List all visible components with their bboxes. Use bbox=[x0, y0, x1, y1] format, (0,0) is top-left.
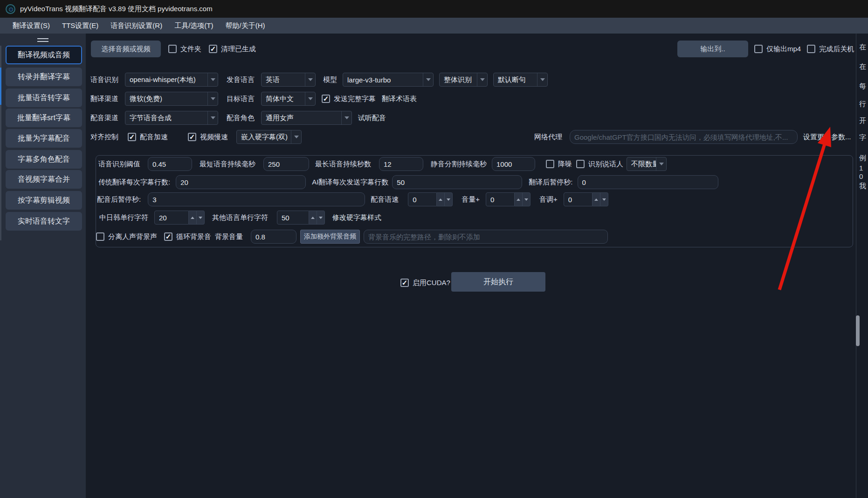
clipped-text: 我 bbox=[859, 182, 868, 191]
menu-tts-settings[interactable]: TTS设置(E) bbox=[56, 18, 104, 34]
cuda-checkbox[interactable]: 启用CUDA? bbox=[400, 279, 450, 287]
cjk-chars-spinner[interactable] bbox=[154, 211, 205, 225]
checkbox-check-icon bbox=[322, 95, 330, 103]
sidebar-item-multi-role-dub[interactable]: 字幕多角色配音 bbox=[6, 150, 82, 169]
recognition-mode-select[interactable]: 整体识别 bbox=[439, 73, 488, 87]
other-chars-spinner[interactable] bbox=[277, 211, 325, 225]
checkbox-check-icon bbox=[128, 133, 136, 141]
speaker-recognition-checkbox[interactable]: 识别说话人 bbox=[576, 160, 623, 169]
spinner-up-icon[interactable] bbox=[437, 192, 445, 206]
dubbing-role-select[interactable]: 通用女声 bbox=[261, 111, 352, 125]
pitch-label: 音调+ bbox=[539, 195, 558, 204]
listen-dubbing-link[interactable]: 试听配音 bbox=[358, 114, 386, 123]
separate-vocal-checkbox[interactable]: 分离人声背景声 bbox=[96, 232, 157, 241]
spinner-up-icon[interactable] bbox=[189, 211, 197, 225]
spinner-down-icon[interactable] bbox=[197, 211, 205, 225]
dub-rate-input[interactable] bbox=[408, 192, 437, 206]
hamburger-icon[interactable] bbox=[37, 38, 48, 43]
cuda-row: 启用CUDA? bbox=[400, 275, 450, 290]
proxy-input[interactable] bbox=[570, 130, 798, 144]
audio-speedup-checkbox[interactable]: 配音加速 bbox=[128, 133, 168, 142]
checkbox-box bbox=[576, 160, 585, 168]
asr-engine-select[interactable]: openai-whisper(本地) bbox=[125, 73, 218, 87]
min-speech-input[interactable] bbox=[263, 157, 309, 171]
right-scrollbar-thumb[interactable] bbox=[856, 315, 860, 346]
denoise-checkbox[interactable]: 降噪 bbox=[546, 160, 572, 169]
silence-split-input[interactable] bbox=[492, 157, 535, 171]
spinner-down-icon[interactable] bbox=[445, 192, 453, 206]
subtitle-style-link[interactable]: 修改硬字幕样式 bbox=[332, 213, 381, 222]
source-language-select[interactable]: 英语 bbox=[261, 73, 316, 87]
spinner-down-icon[interactable] bbox=[600, 192, 608, 206]
menu-asr-settings[interactable]: 语音识别设置(R) bbox=[104, 18, 168, 34]
model-select[interactable]: large-v3-turbo bbox=[343, 73, 434, 87]
pitch-input[interactable] bbox=[564, 192, 592, 206]
clean-generated-checkbox[interactable]: 清理已生成 bbox=[209, 45, 256, 54]
spinner-up-icon[interactable] bbox=[309, 211, 317, 225]
more-params-link[interactable]: 设置更多参数... bbox=[803, 133, 851, 142]
target-language-select[interactable]: 简体中文 bbox=[261, 92, 316, 106]
silence-split-label: 静音分割持续毫秒 bbox=[431, 160, 487, 169]
sidebar-item-batch-translate-srt[interactable]: 批量翻译srt字幕 bbox=[6, 109, 82, 127]
clipped-text: 在 bbox=[859, 43, 868, 52]
sidebar-item-batch-dub-srt[interactable]: 批量为字幕配音 bbox=[6, 129, 82, 148]
start-execute-button[interactable]: 开始执行 bbox=[451, 272, 545, 292]
sidebar-item-transcribe-translate[interactable]: 转录并翻译字幕 bbox=[6, 68, 82, 86]
chevron-down-icon bbox=[207, 111, 218, 124]
checkbox-check-icon bbox=[209, 45, 217, 53]
volume-input[interactable] bbox=[486, 192, 515, 206]
right-panel-divider bbox=[856, 34, 856, 498]
threshold-input[interactable] bbox=[148, 157, 192, 171]
ai-lines-input[interactable] bbox=[392, 175, 522, 189]
cjk-chars-input[interactable] bbox=[154, 211, 189, 225]
other-chars-input[interactable] bbox=[277, 211, 309, 225]
sidebar-item-batch-speech-to-srt[interactable]: 批量语音转字幕 bbox=[6, 89, 82, 107]
sidebar-item-merge-av-subtitle[interactable]: 音视频字幕合并 bbox=[6, 170, 82, 189]
output-to-button[interactable]: 输出到.. bbox=[677, 41, 748, 57]
dubbing-channel-select[interactable]: 字节语音合成 bbox=[125, 111, 218, 125]
subtitle-embed-select[interactable]: 嵌入硬字幕(双) bbox=[236, 130, 302, 144]
volume-spinner[interactable] bbox=[486, 192, 530, 206]
video-slowdown-checkbox[interactable]: 视频慢速 bbox=[188, 133, 228, 142]
spinner-down-icon[interactable] bbox=[317, 211, 325, 225]
spinner-down-icon[interactable] bbox=[523, 192, 530, 206]
trans-pause-input[interactable] bbox=[578, 175, 718, 189]
folder-checkbox[interactable]: 文件夹 bbox=[168, 45, 201, 54]
mp4-only-checkbox[interactable]: 仅输出mp4 bbox=[754, 45, 801, 54]
sidebar-item-translate-video[interactable]: 翻译视频或音频 bbox=[6, 46, 82, 64]
dub-pause-input[interactable] bbox=[148, 192, 365, 206]
translate-channel-select[interactable]: 微软(免费) bbox=[125, 92, 218, 106]
window-title: pyVideoTrans 视频翻译配音 v3.89 使用文档 pyvideotr… bbox=[20, 5, 213, 14]
pitch-spinner[interactable] bbox=[564, 192, 608, 206]
trad-lines-input[interactable] bbox=[176, 175, 306, 189]
bgm-path-input[interactable] bbox=[364, 230, 608, 244]
checkbox-box bbox=[168, 45, 177, 53]
sidebar-item-cut-video-by-srt[interactable]: 按字幕剪辑视频 bbox=[6, 191, 82, 210]
menu-tools-options[interactable]: 工具/选项(T) bbox=[168, 18, 219, 34]
bgm-volume-input[interactable] bbox=[251, 230, 296, 244]
asr-row: 语音识别 openai-whisper(本地) 发音语言 英语 模型 large… bbox=[90, 72, 548, 87]
checkbox-check-icon bbox=[400, 279, 409, 287]
clipped-text: 行 bbox=[859, 100, 868, 109]
source-language-label: 发音语言 bbox=[227, 75, 255, 84]
align-row: 对齐控制 配音加速 视频慢速 嵌入硬字幕(双) bbox=[90, 130, 302, 144]
shutdown-after-checkbox[interactable]: 完成后关机 bbox=[807, 45, 854, 54]
chevron-down-icon bbox=[477, 73, 487, 86]
menu-translate-settings[interactable]: 翻译设置(S) bbox=[7, 18, 56, 34]
checkbox-box bbox=[546, 160, 554, 168]
sidebar-scrollbar-thumb[interactable] bbox=[0, 68, 1, 105]
send-full-subtitle-checkbox[interactable]: 发送完整字幕 bbox=[322, 95, 376, 103]
dub-rate-spinner[interactable] bbox=[408, 192, 453, 206]
spinner-up-icon[interactable] bbox=[515, 192, 523, 206]
max-speech-input[interactable] bbox=[379, 157, 423, 171]
sidebar-item-realtime-speech-to-text[interactable]: 实时语音转文字 bbox=[6, 212, 82, 231]
sentence-split-select[interactable]: 默认断句 bbox=[493, 73, 548, 87]
clipped-text: 1 bbox=[859, 164, 868, 172]
loop-bgm-checkbox[interactable]: 循环背景音 bbox=[164, 232, 211, 241]
add-bgm-button[interactable]: 添加额外背景音频 bbox=[300, 230, 360, 244]
spinner-up-icon[interactable] bbox=[592, 192, 600, 206]
menu-help-about[interactable]: 帮助/关于(H) bbox=[219, 18, 271, 34]
glossary-link[interactable]: 翻译术语表 bbox=[382, 95, 417, 103]
speaker-limit-select[interactable]: 不限数量 bbox=[627, 157, 667, 171]
select-media-button[interactable]: 选择音频或视频 bbox=[91, 41, 161, 57]
